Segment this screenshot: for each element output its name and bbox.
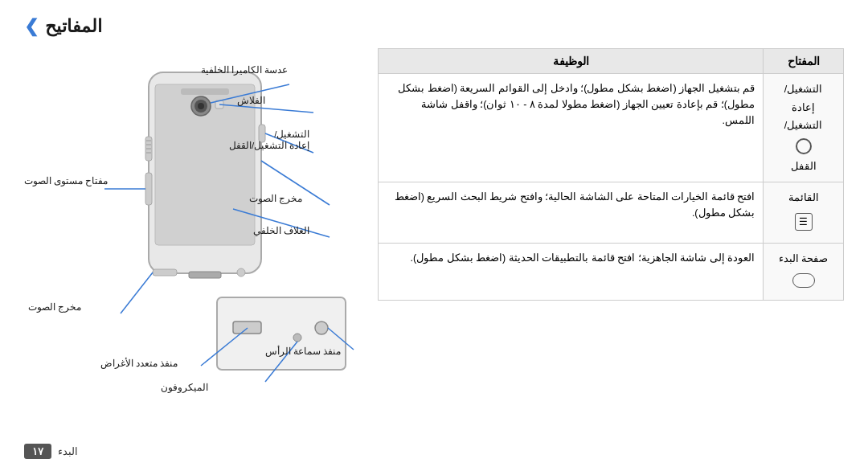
page-number: ١٧ [24,444,51,459]
svg-line-27 [121,272,153,313]
function-cell-power: قم بتشغيل الجهاز (اضغط بشكل مطول)؛ وادخل… [379,74,764,182]
label-multi-port: منفذ متعدد الأغراض [100,358,178,369]
page-title: المفاتيح [45,16,102,37]
svg-rect-13 [145,173,152,205]
function-cell-home: العودة إلى شاشة الجاهزية؛ افتح قائمة بال… [379,243,764,301]
table-row: القائمة ☰ افتح قائمة الخيارات المتاحة عل… [379,182,844,244]
label-rear-camera: عدسة الكاميرا الخلفية [201,64,288,76]
svg-point-5 [198,103,204,109]
function-cell-menu: افتح قائمة الخيارات المتاحة على الشاشة ا… [379,182,764,244]
svg-rect-2 [181,88,229,95]
label-speaker-out2: مخرج الصوت [28,301,81,313]
menu-icon: ☰ [795,213,813,231]
svg-point-20 [293,334,301,342]
label-headset-port: منفذ سماعة الرأس [265,346,341,357]
key-cell-home: صفحة البدء [764,243,844,301]
label-power: التشغيل/ إعادة التشغيل/القفل [229,129,309,151]
phone-diagram: عدسة الكاميرا الخلفية الفلاش التشغيل/ إع… [24,48,362,437]
label-microphone: الميكروفون [161,382,208,393]
label-speaker-out: مخرج الصوت [249,193,302,204]
key-label-menu: القائمة ☰ [772,189,835,233]
svg-point-16 [237,268,245,276]
label-volume: مفتاح مستوى الصوت [24,175,108,186]
key-cell-power: التشغيل/ إعادة التشغيل/ القفل [764,74,844,182]
col-header-key: المفتاح [764,49,844,74]
svg-rect-14 [189,272,221,278]
key-cell-menu: القائمة ☰ [764,182,844,244]
svg-rect-15 [153,269,177,276]
title-bar: المفاتيح ❯ [24,16,844,37]
table-section: المفتاح الوظيفة التشغيل/ إعادة التشغيل/ [378,48,844,437]
keys-table: المفتاح الوظيفة التشغيل/ إعادة التشغيل/ [378,48,844,301]
home-icon [792,273,815,288]
table-row: التشغيل/ إعادة التشغيل/ القفل قم بتشغيل … [379,74,844,182]
phone-svg-container: عدسة الكاميرا الخلفية الفلاش التشغيل/ إع… [24,48,362,402]
footer: البدء ١٧ [24,437,844,459]
page-container: المفاتيح ❯ المفتاح الوظيفة ال [0,0,868,471]
col-header-function: الوظيفة [379,49,764,74]
main-content: المفتاح الوظيفة التشغيل/ إعادة التشغيل/ [24,48,844,437]
label-flash: الفلاش [237,95,265,106]
title-chevron: ❯ [24,16,39,37]
svg-point-19 [315,322,328,334]
footer-section: البدء [58,445,78,457]
label-back-cover: الغلاف الخلفي [253,225,309,236]
table-row: صفحة البدء العودة إلى شاشة الجاهزية؛ افت… [379,243,844,301]
key-label-home: صفحة البدء [772,250,835,291]
power-icon [796,138,812,154]
key-label-power: التشغيل/ إعادة التشغيل/ القفل [772,80,835,175]
